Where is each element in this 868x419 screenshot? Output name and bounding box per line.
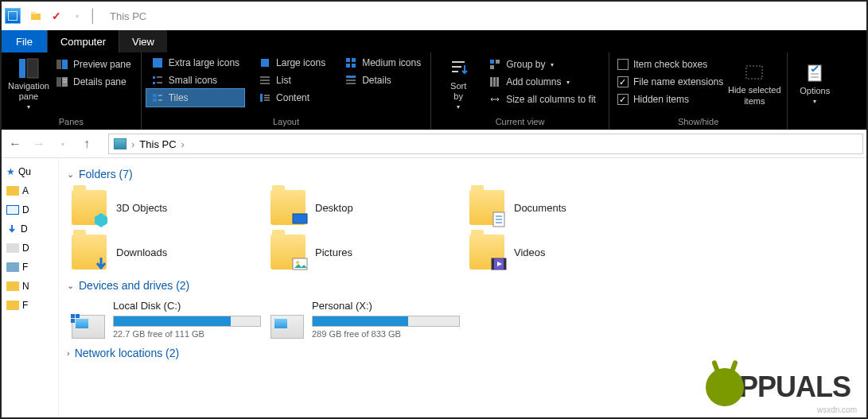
drive-free-text: 289 GB free of 833 GB: [312, 329, 460, 339]
svg-rect-1: [31, 12, 36, 14]
file-extensions-toggle[interactable]: File name extensions: [617, 73, 723, 91]
qat-item[interactable]: [27, 7, 45, 25]
sidebar-item[interactable]: A: [6, 185, 53, 196]
videos-icon: [490, 255, 508, 273]
folder-item-downloads[interactable]: Downloads: [67, 230, 266, 274]
menu-view[interactable]: View: [119, 30, 167, 52]
item-label: Documents: [514, 202, 566, 214]
menu-file[interactable]: File: [2, 30, 47, 52]
add-columns-label: Add columns: [506, 76, 561, 87]
item-check-label: Item check boxes: [633, 59, 707, 70]
item-label: Desktop: [315, 202, 353, 214]
folder-item-3d-objects[interactable]: 3D Objects: [67, 185, 266, 230]
extra-large-icons-button[interactable]: Extra large icons: [146, 54, 244, 72]
tiles-view-button[interactable]: Tiles: [146, 89, 244, 107]
pictures-icon: [6, 262, 19, 272]
small-icons-button[interactable]: Small icons: [146, 72, 244, 89]
hidden-items-toggle[interactable]: Hidden items: [617, 91, 723, 108]
group-by-button[interactable]: Group by ▾: [484, 56, 601, 73]
nav-bar: ← → ▾ ↑ › This PC ›: [2, 130, 866, 158]
svg-rect-30: [260, 94, 263, 102]
details-pane-icon: [56, 76, 68, 88]
folder-item-desktop[interactable]: Desktop: [266, 185, 465, 230]
forward-button[interactable]: →: [29, 134, 49, 154]
svg-rect-14: [346, 64, 350, 68]
size-columns-icon: [488, 93, 501, 106]
up-button[interactable]: ↑: [76, 134, 97, 154]
desktop-icon: [291, 211, 309, 228]
svg-rect-39: [490, 65, 494, 69]
svg-rect-37: [490, 60, 494, 64]
large-icons-button[interactable]: Large icons: [254, 54, 330, 72]
breadcrumb-location[interactable]: This PC: [139, 138, 176, 150]
item-check-boxes-toggle[interactable]: Item check boxes: [617, 56, 723, 73]
download-icon: [6, 223, 18, 235]
drive-icon: [72, 315, 105, 339]
preview-pane-label: Preview pane: [73, 59, 131, 70]
icon-large: [259, 56, 271, 69]
drive-icon: [271, 315, 304, 339]
sort-by-button[interactable]: Sort by ▾: [436, 54, 481, 114]
folders-section-header[interactable]: ⌄ Folders (7): [67, 168, 858, 180]
sidebar-item[interactable]: D: [6, 204, 53, 215]
breadcrumb-chevron: ›: [131, 138, 134, 150]
icon-small: [151, 74, 164, 87]
mascot-icon: [706, 368, 744, 406]
sidebar-item[interactable]: F: [6, 300, 53, 311]
folder-item-pictures[interactable]: Pictures: [266, 230, 465, 274]
address-bar[interactable]: › This PC ›: [108, 134, 863, 154]
network-section-header[interactable]: › Network locations (2): [67, 347, 858, 359]
list-label: List: [276, 75, 291, 86]
drives-title: Devices and drives (2): [79, 279, 189, 292]
qat-separator: │: [89, 9, 97, 23]
hidden-items-label: Hidden items: [633, 94, 689, 105]
details-view-label: Details: [362, 75, 391, 86]
options-button[interactable]: Options ▾: [792, 54, 837, 114]
add-columns-button[interactable]: Add columns ▾: [484, 73, 601, 91]
back-button[interactable]: ←: [5, 134, 25, 154]
drive-local-c[interactable]: Local Disk (C:) 22.7 GB free of 111 GB: [67, 297, 266, 342]
medium-icons-button[interactable]: Medium icons: [340, 54, 426, 72]
sidebar-item[interactable]: D: [6, 223, 53, 235]
svg-rect-2: [19, 59, 25, 78]
svg-rect-5: [62, 60, 68, 69]
icon-medium: [344, 56, 357, 69]
window-icon: [5, 8, 21, 24]
svg-rect-0: [31, 14, 41, 20]
svg-rect-3: [27, 59, 38, 78]
details-pane-button[interactable]: Details pane: [51, 73, 136, 91]
icon-extra-large: [151, 56, 164, 69]
svg-rect-16: [153, 76, 155, 79]
icon-tiles: [151, 91, 164, 104]
sidebar-item[interactable]: N: [6, 281, 53, 292]
details-view-button[interactable]: Details: [340, 72, 426, 89]
chevron-down-icon: ▾: [566, 79, 570, 86]
folder-item-videos[interactable]: Videos: [465, 230, 664, 274]
drive-personal-x[interactable]: Personal (X:) 289 GB free of 833 GB: [266, 297, 465, 342]
content-view-button[interactable]: Content: [254, 89, 330, 107]
navigation-pane-button[interactable]: Navigation pane ▾: [6, 54, 51, 114]
size-columns-button[interactable]: Size all columns to fit: [484, 91, 601, 108]
hide-selected-button[interactable]: Hide selected items: [726, 54, 782, 114]
current-view-group-label: Current view: [431, 115, 609, 130]
qat-properties[interactable]: ✓: [48, 7, 65, 25]
ribbon-group-layout: Extra large icons Large icons Medium ico…: [142, 52, 431, 130]
svg-rect-61: [71, 319, 75, 323]
menu-computer[interactable]: Computer: [47, 30, 119, 52]
list-view-button[interactable]: List: [254, 72, 330, 89]
ribbon-group-options: Options ▾: [788, 52, 842, 130]
svg-rect-27: [153, 99, 157, 102]
3d-icon: [92, 211, 110, 228]
qat-dropdown[interactable]: ▾: [68, 7, 86, 25]
window-title: This PC: [110, 10, 146, 22]
folder-item-documents[interactable]: Documents: [465, 185, 664, 230]
drives-section-header[interactable]: ⌄ Devices and drives (2): [67, 279, 858, 292]
checkbox-icon: [617, 94, 629, 105]
ribbon-group-show-hide: Item check boxes File name extensions Hi…: [609, 52, 788, 130]
sidebar-item[interactable]: F: [6, 262, 53, 273]
download-icon: [92, 255, 110, 273]
quick-access-item[interactable]: ★Qu: [6, 166, 53, 177]
recent-locations-button[interactable]: ▾: [53, 134, 73, 154]
sidebar-item[interactable]: D: [6, 242, 53, 254]
preview-pane-button[interactable]: Preview pane: [51, 56, 136, 73]
